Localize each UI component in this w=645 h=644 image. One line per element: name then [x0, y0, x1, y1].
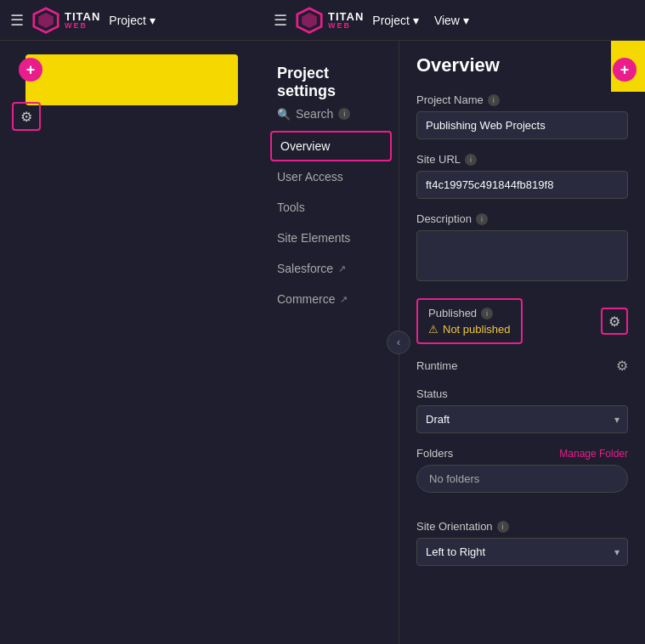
- site-url-input[interactable]: [416, 171, 628, 199]
- hamburger-icon[interactable]: ☰: [10, 11, 24, 30]
- sidebar-item-overview[interactable]: Overview: [270, 131, 392, 161]
- runtime-gear-icon[interactable]: ⚙: [616, 358, 628, 374]
- right-project-dropdown[interactable]: Project ▾: [372, 14, 419, 27]
- sidebar-item-commerce[interactable]: Commerce ↗: [263, 284, 399, 314]
- right-titan-text: TITAN WEB: [328, 11, 364, 30]
- search-info-badge[interactable]: i: [338, 108, 350, 120]
- titan-label: TITAN: [65, 11, 100, 22]
- status-select[interactable]: Draft Published Archived: [416, 405, 628, 433]
- description-info[interactable]: i: [476, 213, 488, 225]
- yellow-banner: [25, 54, 238, 105]
- site-url-field: Site URL i: [416, 153, 628, 199]
- right-hamburger-icon[interactable]: ☰: [274, 11, 287, 30]
- site-url-info[interactable]: i: [465, 154, 477, 166]
- overview-title: Overview: [416, 54, 628, 76]
- titan-logo-icon: [32, 7, 59, 34]
- right-content-area: ‹ Project settings 🔍 Search i Overview U…: [263, 41, 645, 644]
- project-name-field: Project Name i: [416, 93, 628, 139]
- titan-sub-label: WEB: [65, 22, 100, 30]
- published-info[interactable]: i: [481, 308, 493, 319]
- left-panel: ☰ TITAN WEB Project ▾ + ⚙: [0, 0, 263, 644]
- right-titan-label: TITAN: [328, 11, 364, 22]
- right-panel: ☰ TITAN WEB Project ▾ View ▾ + ‹ Pro: [263, 0, 645, 644]
- salesforce-label: Salesforce: [277, 262, 333, 275]
- sidebar-nav: ‹ Project settings 🔍 Search i Overview U…: [263, 41, 399, 644]
- description-label: Description i: [416, 212, 628, 225]
- left-logo-area: TITAN WEB: [32, 7, 100, 34]
- settings-title: Project settings: [277, 65, 385, 100]
- status-field: Status Draft Published Archived ▾: [416, 387, 628, 433]
- folders-field: Folders Manage Folder: [416, 447, 628, 506]
- site-orientation-select-wrapper: Left to Right Right to Left ▾: [416, 538, 628, 566]
- description-field: Description i: [416, 212, 628, 285]
- search-row[interactable]: 🔍 Search i: [263, 104, 399, 131]
- project-name-label: Project Name i: [416, 93, 628, 106]
- right-titan-sub-label: WEB: [328, 22, 364, 30]
- not-published-text: Not published: [443, 323, 511, 336]
- site-orientation-select[interactable]: Left to Right Right to Left: [416, 538, 628, 566]
- runtime-label: Runtime: [416, 359, 457, 372]
- sidebar-item-salesforce[interactable]: Salesforce ↗: [263, 253, 399, 284]
- left-project-dropdown[interactable]: Project ▾: [109, 14, 156, 27]
- folders-input[interactable]: [416, 465, 628, 493]
- svg-marker-3: [302, 13, 317, 28]
- published-gear-button[interactable]: ⚙: [601, 308, 628, 335]
- published-label: Published i: [428, 307, 511, 319]
- titan-text: TITAN WEB: [65, 11, 100, 30]
- search-label: Search: [296, 107, 333, 121]
- right-view-dropdown[interactable]: View ▾: [434, 14, 469, 27]
- project-name-info[interactable]: i: [488, 94, 500, 106]
- site-orientation-field: Site Orientation i Left to Right Right t…: [416, 520, 628, 566]
- user-access-label: User Access: [277, 170, 343, 184]
- folders-row: Folders Manage Folder: [416, 447, 628, 460]
- left-add-button[interactable]: +: [19, 58, 42, 82]
- left-topbar: ☰ TITAN WEB Project ▾: [0, 0, 263, 41]
- runtime-row: Runtime ⚙: [416, 358, 628, 374]
- published-gear-icon: ⚙: [608, 314, 620, 330]
- folders-label: Folders: [416, 447, 453, 460]
- not-published-status: ⚠ Not published: [428, 323, 511, 336]
- manage-folder-link[interactable]: Manage Folder: [559, 448, 628, 460]
- commerce-label: Commerce: [277, 292, 335, 306]
- published-row: Published i ⚠ Not published ⚙: [416, 298, 628, 344]
- collapse-button[interactable]: ‹: [387, 330, 410, 354]
- search-icon: 🔍: [277, 108, 291, 121]
- site-url-label: Site URL i: [416, 153, 628, 166]
- sidebar-item-site-elements[interactable]: Site Elements: [263, 223, 399, 253]
- warning-icon: ⚠: [428, 323, 438, 336]
- right-topbar: ☰ TITAN WEB Project ▾ View ▾: [263, 0, 645, 41]
- commerce-ext-icon: ↗: [340, 294, 348, 305]
- overview-label: Overview: [280, 139, 330, 153]
- salesforce-ext-icon: ↗: [338, 263, 346, 274]
- settings-main: Overview Project Name i Site URL i: [399, 41, 645, 644]
- status-select-wrapper: Draft Published Archived ▾: [416, 405, 628, 433]
- description-textarea[interactable]: [416, 230, 628, 281]
- site-elements-label: Site Elements: [277, 231, 350, 245]
- status-label: Status: [416, 387, 628, 400]
- site-orientation-label: Site Orientation i: [416, 520, 628, 533]
- project-name-input[interactable]: [416, 111, 628, 139]
- site-orientation-info[interactable]: i: [497, 521, 509, 533]
- tools-label: Tools: [277, 201, 305, 214]
- sidebar-item-user-access[interactable]: User Access: [263, 161, 399, 192]
- left-gear-button[interactable]: ⚙: [12, 102, 41, 131]
- right-logo-area: TITAN WEB: [296, 7, 364, 34]
- right-titan-logo-icon: [296, 7, 323, 34]
- published-box: Published i ⚠ Not published: [416, 298, 523, 344]
- right-add-button[interactable]: +: [613, 58, 637, 82]
- svg-marker-1: [38, 13, 54, 28]
- sidebar-item-tools[interactable]: Tools: [263, 192, 399, 223]
